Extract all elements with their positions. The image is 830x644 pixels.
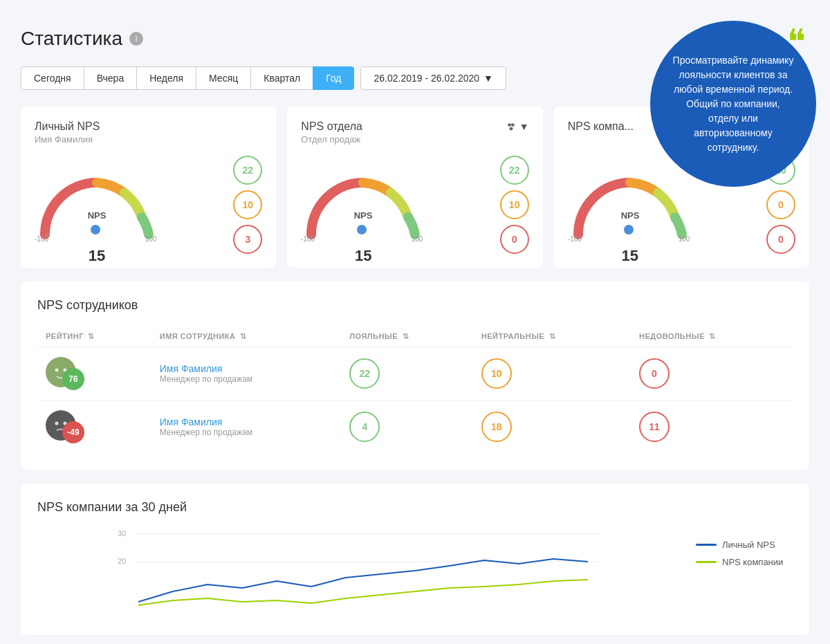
employees-table: РЕЙТИНГ ⇅ ИМЯ СОТРУДНИКА ⇅ ЛОЯЛЬНЫЕ ⇅ НЕ…	[37, 326, 793, 453]
nps-card-personal: Личный NPS Имя Фамилия	[21, 107, 276, 268]
tab-quarter[interactable]: Квартал	[250, 66, 313, 90]
col-neutral: НЕЙТРАЛЬНЫЕ ⇅	[473, 326, 631, 347]
svg-point-18	[55, 369, 59, 372]
badge-company-red: 0	[766, 225, 795, 254]
col-dissatisfied: НЕДОВОЛЬНЫЕ ⇅	[631, 326, 793, 347]
svg-text:100: 100	[678, 235, 690, 241]
metric-neutral-0: 10	[481, 358, 512, 389]
employees-section-title: NPS сотрудников	[37, 298, 793, 313]
svg-text:30: 30	[118, 529, 126, 537]
col-name: ИМЯ СОТРУДНИКА ⇅	[151, 326, 342, 347]
cell-neutral-0: 10	[473, 347, 631, 401]
svg-text:NPS: NPS	[354, 210, 373, 221]
legend-company-label: NPS компании	[722, 557, 783, 567]
gauge-personal-badges: 22 10 3	[233, 156, 262, 254]
svg-text:100: 100	[412, 235, 423, 241]
table-row: 76 Имя Фамилия Менеджер по продажам 22 1…	[37, 347, 793, 401]
svg-text:-100: -100	[568, 235, 582, 241]
svg-text:-100: -100	[35, 235, 48, 241]
badge-personal-red: 3	[233, 225, 262, 254]
metric-dissatisfied-0: 0	[639, 358, 670, 389]
chart-legend: Личный NPS NPS компании	[696, 526, 793, 618]
svg-point-7	[511, 123, 515, 127]
badge-dept-orange: 10	[500, 190, 529, 219]
tab-month[interactable]: Месяц	[196, 66, 251, 90]
sort-neutral-icon[interactable]: ⇅	[549, 332, 556, 340]
cell-loyal-1: 4	[341, 401, 472, 454]
page-title: Статистика	[21, 28, 122, 50]
badge-dept-green: 22	[500, 156, 529, 185]
tab-year[interactable]: Год	[313, 66, 354, 90]
svg-text:-100: -100	[301, 235, 315, 241]
sort-dissatisfied-icon[interactable]: ⇅	[709, 332, 716, 340]
gauge-dept-badges: 22 10 0	[500, 156, 529, 254]
cell-dissatisfied-0: 0	[631, 347, 793, 401]
emp-name-1[interactable]: Имя Фамилия	[160, 416, 333, 427]
info-icon[interactable]: i	[129, 32, 143, 46]
svg-point-13	[623, 224, 634, 235]
card-personal-title: Личный NPS	[35, 120, 100, 133]
chart-canvas: 30 20	[37, 526, 682, 618]
sort-loyal-icon[interactable]: ⇅	[403, 332, 409, 340]
badge-company-orange: 0	[766, 190, 795, 219]
nps-card-department: NPS отдела ▼ Отдел продаж NPS -1	[287, 107, 542, 268]
svg-point-6	[508, 123, 511, 127]
gauge-company-value: 15	[568, 247, 692, 265]
legend-company: NPS компании	[696, 557, 793, 567]
tab-yesterday[interactable]: Вчера	[84, 66, 138, 90]
emp-role-1: Менеджер по продажам	[160, 427, 333, 437]
legend-personal: Личный NPS	[696, 540, 793, 550]
svg-point-2	[90, 224, 101, 235]
col-loyal: ЛОЯЛЬНЫЕ ⇅	[341, 326, 472, 347]
sort-name-icon[interactable]: ⇅	[240, 332, 247, 340]
card-dept-subtitle: Отдел продаж	[301, 134, 528, 145]
gauge-dept: NPS -100 100 15	[301, 169, 425, 241]
cell-rating-1: -49	[37, 401, 151, 454]
gauge-company: NPS -100 100 15	[568, 169, 692, 241]
employees-section: NPS сотрудников РЕЙТИНГ ⇅ ИМЯ СОТРУДНИКА…	[21, 282, 809, 470]
svg-point-8	[509, 127, 513, 131]
gauge-personal-value: 15	[35, 247, 159, 265]
metric-loyal-0: 22	[349, 358, 380, 389]
svg-text:100: 100	[145, 235, 157, 241]
gauge-personal: NPS -100 100 15	[35, 169, 159, 241]
chart-title: NPS компании за 30 дней	[37, 500, 793, 515]
cell-name-0: Имя Фамилия Менеджер по продажам	[151, 347, 342, 401]
emp-role-0: Менеджер по продажам	[160, 374, 333, 384]
date-range-selector[interactable]: 26.02.2019 - 26.02.2020 ▼	[360, 66, 506, 90]
cell-rating-0: 76	[37, 347, 151, 401]
svg-point-21	[55, 422, 59, 425]
cell-neutral-1: 18	[473, 401, 631, 454]
legend-personal-label: Личный NPS	[722, 540, 775, 550]
gauge-dept-value: 15	[301, 247, 425, 265]
svg-text:NPS: NPS	[88, 210, 107, 221]
sort-rating-icon[interactable]: ⇅	[88, 332, 95, 340]
badge-personal-green: 22	[233, 156, 262, 185]
cell-loyal-0: 22	[341, 347, 472, 401]
tooltip-bubble: Просматривайте динамику лояльности клиен…	[650, 21, 816, 187]
card-dept-title: NPS отдела	[301, 120, 362, 133]
metric-dissatisfied-1: 11	[639, 412, 670, 442]
cell-name-1: Имя Фамилия Менеджер по продажам	[151, 401, 342, 454]
svg-point-9	[356, 224, 367, 235]
table-row: -49 Имя Фамилия Менеджер по продажам 4 1…	[37, 401, 793, 454]
badge-personal-orange: 10	[233, 190, 262, 219]
tab-today[interactable]: Сегодня	[21, 66, 84, 90]
card-company-title: NPS компа...	[568, 120, 634, 133]
badge-dept-red: 0	[500, 225, 529, 254]
svg-text:20: 20	[118, 557, 126, 565]
metric-loyal-1: 4	[349, 412, 380, 442]
chart-section: NPS компании за 30 дней 30 20	[21, 484, 809, 635]
legend-personal-line	[696, 544, 717, 546]
rating-badge-0: 76	[62, 368, 84, 390]
legend-company-line	[696, 561, 717, 563]
emp-name-0[interactable]: Имя Фамилия	[160, 363, 333, 374]
tab-week[interactable]: Неделя	[136, 66, 196, 90]
avatar-wrap-0: 76	[46, 357, 84, 390]
svg-text:NPS: NPS	[620, 210, 639, 221]
dept-selector[interactable]: ▼	[506, 121, 529, 132]
card-personal-subtitle: Имя Фамилия	[35, 134, 262, 145]
avatar-wrap-1: -49	[46, 410, 84, 443]
col-rating: РЕЙТИНГ ⇅	[37, 326, 151, 347]
metric-neutral-1: 18	[481, 412, 512, 442]
